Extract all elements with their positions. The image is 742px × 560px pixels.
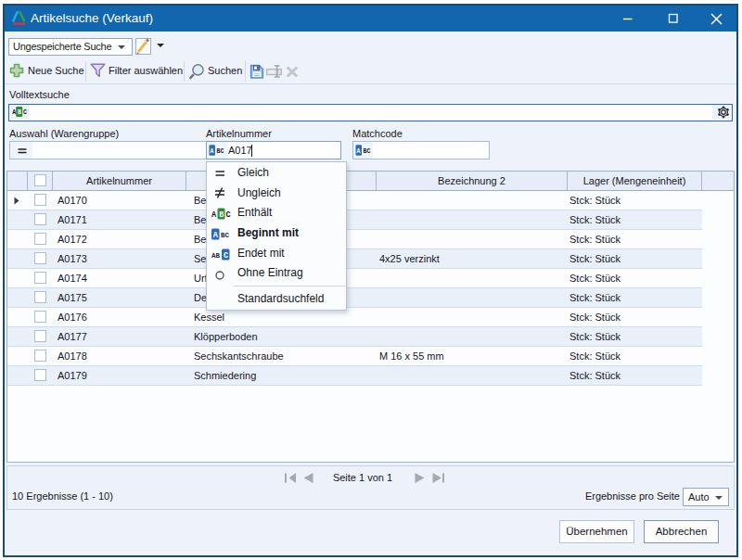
svg-text:A: A [211,210,217,220]
svg-text:C: C [23,109,27,116]
svg-text:AB: AB [211,252,221,260]
svg-text:A: A [12,109,16,116]
svg-text:C: C [224,251,228,261]
svg-text:A: A [213,231,219,240]
svg-text:BC: BC [364,148,371,155]
svg-text:B: B [18,109,21,116]
svg-text:C: C [226,210,231,220]
svg-text:BC: BC [217,148,224,155]
svg-text:BC: BC [221,232,230,239]
svg-text:A: A [211,148,214,155]
svg-text:B: B [219,210,224,220]
svg-text:A: A [357,148,361,155]
